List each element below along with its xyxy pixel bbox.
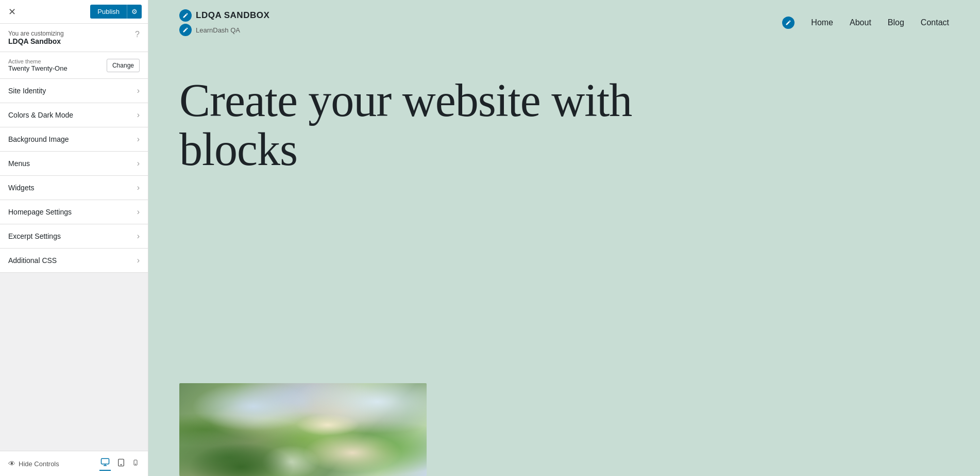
chevron-right-icon: › <box>137 183 140 192</box>
sidebar-item-label: Additional CSS <box>8 256 57 265</box>
sidebar-item-label: Colors & Dark Mode <box>8 111 73 119</box>
close-button[interactable]: ✕ <box>6 5 18 19</box>
sidebar-item-additional-css[interactable]: Additional CSS › <box>0 249 148 273</box>
svg-point-6 <box>136 464 136 465</box>
sidebar-item-label: Homepage Settings <box>8 208 72 216</box>
site-nav: Home About Blog Contact <box>782 17 949 29</box>
site-logo-area: LDQA SANDBOX LearnDash QA <box>179 9 269 36</box>
sidebar-item-site-identity[interactable]: Site Identity › <box>0 79 148 103</box>
chevron-right-icon: › <box>137 232 140 241</box>
sidebar-item-excerpt-settings[interactable]: Excerpt Settings › <box>0 224 148 249</box>
sidebar-footer: 👁 Hide Controls <box>0 451 148 476</box>
chevron-right-icon: › <box>137 135 140 144</box>
customizing-text: You are customizing LDQA Sandbox <box>8 30 64 45</box>
edit-site-tagline-icon[interactable] <box>179 24 192 36</box>
hide-controls-label: Hide Controls <box>19 460 59 468</box>
customizing-info: You are customizing LDQA Sandbox ? <box>0 24 148 52</box>
sidebar-item-menus[interactable]: Menus › <box>0 152 148 176</box>
customizing-site-name: LDQA Sandbox <box>8 37 64 45</box>
chevron-right-icon: › <box>137 207 140 217</box>
customizing-label: You are customizing <box>8 30 64 37</box>
sidebar-item-label: Background Image <box>8 135 69 143</box>
sidebar-item-label: Widgets <box>8 184 35 192</box>
svg-point-4 <box>121 464 121 465</box>
site-header: LDQA SANDBOX LearnDash QA Home About Blo… <box>148 0 980 45</box>
hero-section: Create your website with blocks <box>148 45 980 383</box>
sidebar-item-label: Site Identity <box>8 87 46 95</box>
edit-site-title-icon[interactable] <box>179 9 192 22</box>
customizer-sidebar: ✕ Publish ⚙ You are customizing LDQA San… <box>0 0 148 476</box>
painting-image <box>179 383 427 476</box>
tablet-view-button[interactable] <box>116 456 126 471</box>
nav-link-home[interactable]: Home <box>811 18 833 27</box>
sidebar-item-homepage-settings[interactable]: Homepage Settings › <box>0 200 148 224</box>
chevron-right-icon: › <box>137 86 140 95</box>
sidebar-header: ✕ Publish ⚙ <box>0 0 148 24</box>
chevron-right-icon: › <box>137 256 140 265</box>
sidebar-header-left: ✕ <box>6 5 18 19</box>
site-tagline: LearnDash QA <box>196 26 240 34</box>
sidebar-item-background-image[interactable]: Background Image › <box>0 127 148 152</box>
site-preview: LDQA SANDBOX LearnDash QA Home About Blo… <box>148 0 980 476</box>
theme-label: Active theme <box>8 58 67 64</box>
hide-controls-button[interactable]: 👁 Hide Controls <box>8 459 59 468</box>
change-theme-button[interactable]: Change <box>107 59 140 72</box>
theme-name: Twenty Twenty-One <box>8 64 67 72</box>
site-tagline-row: LearnDash QA <box>179 24 269 36</box>
painting-section <box>148 383 980 476</box>
site-title: LDQA SANDBOX <box>196 10 269 21</box>
help-button[interactable]: ? <box>135 30 140 39</box>
publish-settings-button[interactable]: ⚙ <box>127 5 142 19</box>
theme-info: Active theme Twenty Twenty-One Change <box>0 52 148 79</box>
eye-icon: 👁 <box>8 459 15 468</box>
desktop-view-button[interactable] <box>99 456 111 471</box>
chevron-right-icon: › <box>137 110 140 120</box>
mobile-view-button[interactable] <box>131 456 140 471</box>
customizer-nav-items: Site Identity › Colors & Dark Mode › Bac… <box>0 79 148 451</box>
sidebar-item-label: Menus <box>8 159 30 168</box>
publish-button[interactable]: Publish <box>90 5 127 19</box>
view-mode-icons <box>99 456 140 471</box>
edit-nav-icon[interactable] <box>782 17 795 29</box>
theme-details: Active theme Twenty Twenty-One <box>8 58 67 72</box>
sidebar-item-colors-dark-mode[interactable]: Colors & Dark Mode › <box>0 103 148 127</box>
nav-link-blog[interactable]: Blog <box>888 18 904 27</box>
nav-link-about[interactable]: About <box>850 18 871 27</box>
chevron-right-icon: › <box>137 159 140 168</box>
site-title-row: LDQA SANDBOX <box>179 9 269 22</box>
sidebar-item-label: Excerpt Settings <box>8 232 61 240</box>
hero-title: Create your website with blocks <box>179 76 643 174</box>
publish-group: Publish ⚙ <box>90 5 142 19</box>
svg-rect-0 <box>102 458 109 464</box>
nav-link-contact[interactable]: Contact <box>921 18 949 27</box>
sidebar-item-widgets[interactable]: Widgets › <box>0 176 148 200</box>
